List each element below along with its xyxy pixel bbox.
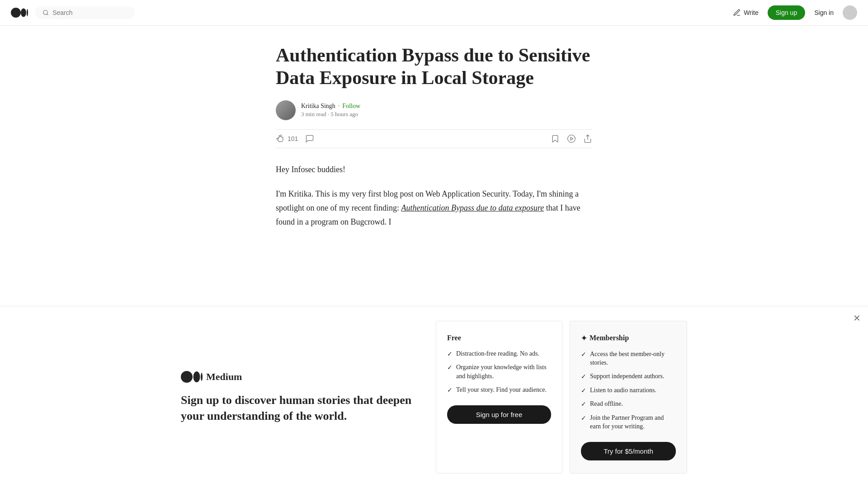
dot-separator: · — [338, 103, 340, 110]
clap-count: 101 — [288, 135, 298, 142]
action-bar-right — [551, 134, 592, 143]
avatar[interactable] — [843, 5, 857, 20]
main-content: Authentication Bypass due to Sensitive D… — [267, 26, 601, 229]
comment-icon — [305, 134, 314, 143]
signin-button[interactable]: Sign in — [814, 9, 834, 16]
share-icon — [583, 134, 592, 143]
svg-marker-6 — [571, 137, 573, 140]
article-body: Hey Infosec buddies! I'm Kritika. This i… — [276, 163, 592, 229]
author-info: Kritika Singh · Follow 3 min read · 5 ho… — [301, 103, 360, 118]
svg-point-3 — [43, 10, 47, 14]
medium-logo-icon — [11, 8, 28, 18]
navbar-right: Write Sign up Sign in — [733, 5, 857, 20]
svg-point-5 — [568, 135, 576, 142]
clap-icon — [276, 134, 285, 143]
article-title: Authentication Bypass due to Sensitive D… — [276, 44, 592, 89]
play-icon — [567, 134, 576, 143]
share-button[interactable] — [583, 134, 592, 143]
author-avatar-image — [276, 100, 296, 120]
article-paragraph-2: I'm Kritika. This is my very first blog … — [276, 187, 592, 229]
search-bar[interactable] — [35, 6, 135, 19]
save-button[interactable] — [551, 134, 560, 143]
follow-button[interactable]: Follow — [342, 103, 360, 110]
navbar-left — [11, 6, 135, 19]
action-bar-left: 101 — [276, 134, 314, 143]
bookmark-icon — [551, 134, 560, 143]
write-label: Write — [744, 9, 758, 16]
svg-point-2 — [27, 9, 28, 16]
article-paragraph-1: Hey Infosec buddies! — [276, 163, 592, 177]
signup-button[interactable]: Sign up — [768, 5, 805, 20]
author-avatar[interactable] — [276, 100, 296, 120]
svg-point-0 — [11, 8, 21, 18]
read-time: 3 min read — [301, 111, 326, 117]
author-name-row: Kritika Singh · Follow — [301, 103, 360, 110]
article-emphasis: Authentication Bypass due to data exposu… — [401, 203, 544, 212]
svg-point-1 — [21, 9, 26, 17]
search-icon — [42, 9, 49, 16]
clap-button[interactable]: 101 — [276, 134, 298, 143]
search-input[interactable] — [52, 9, 127, 16]
article-meta: 3 min read · 5 hours ago — [301, 111, 360, 118]
navbar: Write Sign up Sign in — [0, 0, 868, 26]
author-name: Kritika Singh — [301, 103, 335, 110]
listen-button[interactable] — [567, 134, 576, 143]
published-time: 5 hours ago — [330, 111, 358, 117]
svg-line-4 — [47, 14, 48, 15]
author-row: Kritika Singh · Follow 3 min read · 5 ho… — [276, 100, 592, 120]
write-button[interactable]: Write — [733, 9, 758, 17]
write-icon — [733, 9, 741, 17]
action-bar: 101 — [276, 129, 592, 148]
medium-logo[interactable] — [11, 8, 28, 18]
comment-button[interactable] — [305, 134, 314, 143]
